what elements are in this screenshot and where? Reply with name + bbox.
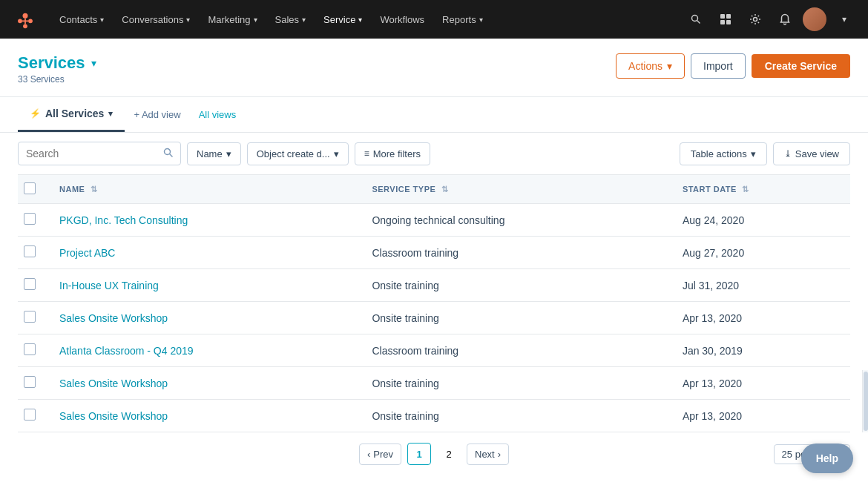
page-content: Services ▾ 33 Services Actions ▾ Import … (0, 39, 868, 475)
row-name-cell: In-House UX Training (47, 269, 360, 302)
services-count: 33 Services (18, 74, 96, 85)
object-create-filter-button[interactable]: Object create d... ▾ (247, 142, 349, 165)
row-service-type-cell: Ongoing technical consulting (360, 204, 670, 237)
nav-item-conversations[interactable]: Conversations ▾ (113, 8, 199, 31)
row-name-cell: Atlanta Classroom - Q4 2019 (47, 334, 360, 367)
row-service-type-cell: Onsite training (360, 367, 670, 400)
table-row: Sales Onsite Workshop Onsite training Ap… (18, 367, 850, 400)
row-name-cell: Sales Onsite Workshop (47, 400, 360, 432)
save-view-button[interactable]: ⤓ Save view (773, 142, 850, 165)
column-header-start-date[interactable]: START DATE ⇅ (671, 175, 850, 204)
svg-point-2 (18, 19, 22, 23)
page-number-2[interactable]: 2 (437, 443, 461, 465)
service-name-link[interactable]: PKGD, Inc. Tech Consulting (59, 214, 188, 226)
name-filter-button[interactable]: Name ▾ (187, 142, 241, 165)
row-checkbox[interactable] (24, 278, 36, 290)
row-checkbox-cell (18, 204, 47, 237)
notifications-button[interactable] (773, 7, 797, 31)
help-button[interactable]: Help (801, 444, 853, 473)
nav-item-service[interactable]: Service ▾ (315, 8, 371, 31)
row-checkbox[interactable] (24, 245, 36, 257)
tabs-bar: ⚡ All Services ▾ + Add view All views (0, 97, 868, 133)
row-name-cell: Project ABC (47, 237, 360, 269)
select-all-checkbox[interactable] (24, 182, 36, 194)
row-checkbox-cell (18, 302, 47, 334)
services-table-wrapper: NAME ⇅ SERVICE TYPE ⇅ START DATE ⇅ (0, 174, 868, 432)
row-checkbox-cell (18, 367, 47, 400)
top-navigation: Contacts ▾ Conversations ▾ Marketing ▾ S… (0, 0, 868, 39)
nav-item-sales[interactable]: Sales ▾ (266, 8, 315, 31)
services-dropdown-icon[interactable]: ▾ (91, 57, 96, 69)
page-title-section: Services ▾ 33 Services (18, 53, 96, 85)
page-actions: Actions ▾ Import Create Service (616, 53, 850, 79)
chevron-down-icon: ▾ (334, 148, 339, 159)
create-service-button[interactable]: Create Service (752, 54, 850, 78)
filter-lines-icon: ≡ (364, 148, 369, 159)
row-checkbox-cell (18, 334, 47, 367)
sort-icon: ⇅ (441, 185, 449, 194)
service-name-link[interactable]: Sales Onsite Workshop (59, 377, 168, 389)
import-button[interactable]: Import (691, 53, 746, 79)
tab-all-services[interactable]: ⚡ All Services ▾ (18, 97, 125, 132)
row-checkbox[interactable] (24, 311, 36, 323)
prev-page-button[interactable]: ‹ Prev (359, 444, 401, 465)
nav-expand-button[interactable]: ▾ (832, 7, 856, 31)
svg-point-7 (692, 16, 698, 22)
next-page-button[interactable]: Next › (467, 444, 509, 465)
add-view-tab[interactable]: + Add view (125, 99, 189, 131)
hubspot-logo[interactable] (12, 6, 39, 33)
nav-right-actions: ▾ (684, 7, 856, 31)
service-name-link[interactable]: In-House UX Training (59, 280, 159, 291)
table-row: Sales Onsite Workshop Onsite training Ap… (18, 302, 850, 334)
chevron-down-icon: ▾ (358, 16, 362, 24)
row-start-date-cell: Jan 30, 2019 (671, 334, 850, 367)
page-number-1[interactable]: 1 (407, 443, 431, 465)
scroll-thumb[interactable] (864, 372, 868, 431)
chevron-down-icon: ▾ (100, 16, 104, 24)
row-checkbox[interactable] (24, 376, 36, 388)
service-name-link[interactable]: Atlanta Classroom - Q4 2019 (59, 345, 194, 357)
all-views-link[interactable]: All views (190, 99, 246, 131)
apps-button[interactable] (714, 7, 737, 31)
table-actions-button[interactable]: Table actions ▾ (680, 142, 767, 165)
chevron-down-icon: ▾ (226, 148, 231, 159)
search-input[interactable] (18, 142, 181, 165)
nav-item-reports[interactable]: Reports ▾ (433, 8, 492, 31)
row-checkbox[interactable] (24, 409, 36, 421)
row-name-cell: Sales Onsite Workshop (47, 302, 360, 334)
page-title: Services ▾ (18, 53, 96, 73)
page-header: Services ▾ 33 Services Actions ▾ Import … (0, 39, 868, 97)
row-start-date-cell: Apr 13, 2020 (671, 367, 850, 400)
column-header-service-type[interactable]: SERVICE TYPE ⇅ (360, 175, 670, 204)
nav-item-contacts[interactable]: Contacts ▾ (50, 8, 113, 31)
filters-bar: Name ▾ Object create d... ▾ ≡ More filte… (0, 133, 868, 174)
table-row: Project ABC Classroom training Aug 27, 2… (18, 237, 850, 269)
row-name-cell: Sales Onsite Workshop (47, 367, 360, 400)
more-filters-button[interactable]: ≡ More filters (355, 142, 430, 165)
row-checkbox-cell (18, 400, 47, 432)
search-button[interactable] (684, 7, 708, 31)
svg-point-13 (754, 18, 757, 22)
actions-button[interactable]: Actions ▾ (616, 53, 685, 79)
service-name-link[interactable]: Project ABC (59, 247, 115, 259)
column-header-name[interactable]: NAME ⇅ (47, 175, 360, 204)
bolt-icon: ⚡ (30, 108, 41, 119)
filters-right: Table actions ▾ ⤓ Save view (680, 142, 850, 165)
user-avatar[interactable] (803, 7, 826, 31)
nav-item-marketing[interactable]: Marketing ▾ (199, 8, 266, 31)
row-start-date-cell: Aug 24, 2020 (671, 204, 850, 237)
row-checkbox[interactable] (24, 343, 36, 355)
table-row: PKGD, Inc. Tech Consulting Ongoing techn… (18, 204, 850, 237)
service-name-link[interactable]: Sales Onsite Workshop (59, 410, 168, 422)
nav-item-workflows[interactable]: Workflows (371, 8, 433, 31)
row-checkbox[interactable] (24, 213, 36, 225)
row-checkbox-cell (18, 237, 47, 269)
chevron-down-icon: ▾ (667, 60, 672, 72)
row-checkbox-cell (18, 269, 47, 302)
row-service-type-cell: Onsite training (360, 302, 670, 334)
chevron-down-icon: ▾ (186, 16, 190, 24)
service-name-link[interactable]: Sales Onsite Workshop (59, 312, 168, 324)
settings-button[interactable] (743, 7, 767, 31)
search-box (18, 142, 181, 165)
nav-items: Contacts ▾ Conversations ▾ Marketing ▾ S… (50, 8, 684, 31)
